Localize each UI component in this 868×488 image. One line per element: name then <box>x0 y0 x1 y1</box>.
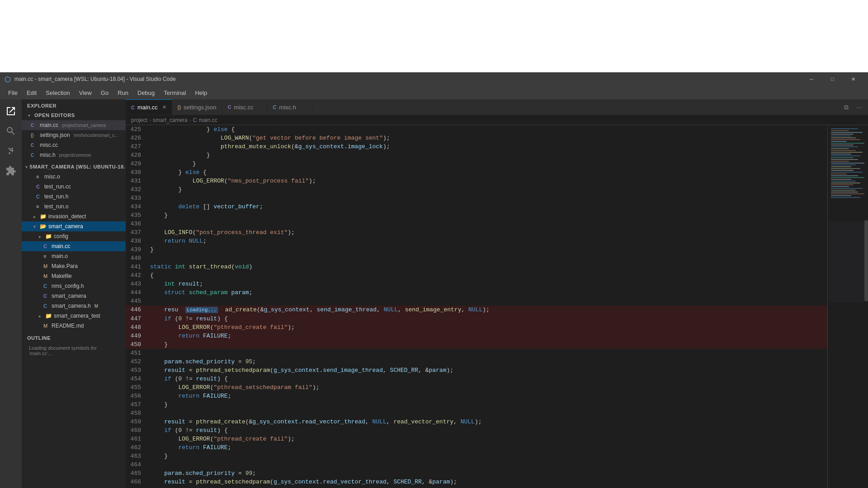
cc-tab-icon: C <box>227 104 231 110</box>
line-number: 447 <box>126 314 148 323</box>
breadcrumb-file[interactable]: main.cc <box>198 117 217 123</box>
tab-close-icon[interactable]: ✕ <box>162 104 166 110</box>
tree-item-name: smart_camera <box>48 223 83 230</box>
menu-help[interactable]: Help <box>190 88 212 98</box>
tree-smart-camera-file[interactable]: C smart_camera <box>22 291 126 301</box>
activity-search[interactable] <box>3 123 19 139</box>
line-content: } <box>148 245 827 254</box>
line-number: 434 <box>126 202 148 211</box>
activity-scm[interactable] <box>3 143 19 159</box>
tree-misc-o[interactable]: ≡ misc.o <box>22 172 126 182</box>
table-row: 457 } <box>126 400 827 409</box>
close-button[interactable]: ✕ <box>843 72 863 86</box>
tree-make-para[interactable]: M Make.Para <box>22 261 126 271</box>
tree-item-name: README.md <box>52 323 84 329</box>
minimize-button[interactable]: ─ <box>801 72 822 86</box>
svg-rect-37 <box>831 193 865 194</box>
split-editor-button[interactable]: ⧉ <box>841 102 852 113</box>
line-content: result = pthread_setschedparam(g_sys_con… <box>148 366 827 375</box>
line-content: result = pthread_create(&g_sys_context.r… <box>148 418 827 426</box>
tree-test-run-o[interactable]: ≡ test_run.o <box>22 202 126 211</box>
open-editor-main-cc[interactable]: C main.cc project/smart_camera ✕ <box>22 120 126 130</box>
tree-smart-camera-h[interactable]: C smart_camera.h M <box>22 301 126 311</box>
table-row: 431 LOG_ERROR("nms_post_process fail"); <box>126 177 827 185</box>
menu-debug[interactable]: Debug <box>133 88 159 98</box>
line-content: return NULL; <box>148 237 827 245</box>
menu-run[interactable]: Run <box>113 88 133 98</box>
table-row: 425 } else { <box>126 125 827 134</box>
minimap-scrollbar-thumb[interactable] <box>864 220 868 301</box>
activity-explorer[interactable] <box>3 103 19 119</box>
editor-content: 425 } else { 426 LOG_WARN("get vector be… <box>126 125 868 488</box>
tree-smart-camera-test[interactable]: ▸ 📁 smart_camera_test <box>22 311 126 321</box>
menu-view[interactable]: View <box>75 88 96 98</box>
svg-rect-20 <box>831 163 865 164</box>
tabs-bar: C main.cc ✕ {} settings.json C misc.cc C… <box>126 99 868 115</box>
menu-edit[interactable]: Edit <box>22 88 41 98</box>
svg-rect-5 <box>831 136 851 136</box>
line-number: 465 <box>126 469 148 478</box>
line-number: 448 <box>126 323 148 332</box>
chevron-down-icon: ▾ <box>25 164 28 169</box>
line-number: 459 <box>126 418 148 426</box>
open-editor-settings-json[interactable]: {} settings.json \mnt\e\code\smart_c... <box>22 130 126 140</box>
open-editors-section[interactable]: ▾ OPEN EDITORS <box>22 110 126 120</box>
outline-title[interactable]: OUTLINE <box>22 333 126 343</box>
line-number: 452 <box>126 357 148 366</box>
svg-rect-22 <box>831 166 851 167</box>
svg-rect-24 <box>831 170 854 171</box>
tree-config[interactable]: ▸ 📁 config <box>22 231 126 241</box>
tab-settings-json[interactable]: {} settings.json <box>172 99 222 115</box>
tree-test-run-h[interactable]: C test_run.h <box>22 192 126 202</box>
tree-item-name: main.cc <box>52 243 70 249</box>
tab-misc-cc[interactable]: C misc.cc <box>222 99 267 115</box>
more-actions-button[interactable]: ··· <box>854 102 864 113</box>
tab-main-cc[interactable]: C main.cc ✕ <box>126 99 172 115</box>
tree-smart-camera-folder[interactable]: ▾ 📂 smart_camera <box>22 221 126 231</box>
h-tab-icon: C <box>273 104 276 110</box>
tree-readme[interactable]: M README.md <box>22 321 126 331</box>
table-row: 452 param.sched_priority = 95; <box>126 357 827 366</box>
menu-terminal[interactable]: Terminal <box>159 88 190 98</box>
workspace-section[interactable]: ▾ SMART_CAMERA [WSL: UBUNTU-18.04] <box>22 162 126 172</box>
tree-nms-config-h[interactable]: C nms_config.h <box>22 281 126 291</box>
line-number: 442 <box>126 271 148 280</box>
breadcrumb-smart-camera[interactable]: smart_camera <box>153 117 188 123</box>
svg-rect-40 <box>829 221 868 302</box>
svg-rect-19 <box>831 161 849 162</box>
tab-label: misc.cc <box>234 104 253 111</box>
line-number: 445 <box>126 297 148 305</box>
chevron-down-icon: ▾ <box>31 224 38 229</box>
open-editor-misc-cc[interactable]: C misc.cc <box>22 140 126 150</box>
tree-main-o[interactable]: ≡ main.o <box>22 251 126 261</box>
json-file-icon: {} <box>31 133 38 138</box>
menu-go[interactable]: Go <box>96 88 113 98</box>
tree-test-run-cc[interactable]: C test_run.cc <box>22 182 126 192</box>
file-icon: ≡ <box>36 174 42 179</box>
line-number: 426 <box>126 134 148 142</box>
open-editor-misc-h[interactable]: C misc.h project/common <box>22 150 126 160</box>
code-editor[interactable]: 425 } else { 426 LOG_WARN("get vector be… <box>126 125 827 488</box>
line-number: 446 <box>126 305 148 314</box>
svg-rect-25 <box>831 172 863 173</box>
tree-makefile[interactable]: M Makefile <box>22 271 126 281</box>
line-content: LOG_ERROR("pthread_setschedparam fail"); <box>148 383 827 392</box>
svg-rect-32 <box>831 184 854 185</box>
line-number: 431 <box>126 177 148 185</box>
tab-label: settings.json <box>184 104 216 111</box>
maximize-button[interactable]: □ <box>822 72 843 86</box>
tree-main-cc[interactable]: C main.cc <box>22 241 126 251</box>
folder-icon: 📁 <box>45 233 52 239</box>
cc-file-icon: C <box>36 184 42 189</box>
line-number: 455 <box>126 383 148 392</box>
breadcrumb-project[interactable]: project <box>131 117 147 123</box>
tab-misc-h[interactable]: C misc.h <box>267 99 312 115</box>
svg-rect-18 <box>831 159 858 160</box>
menu-selection[interactable]: Selection <box>41 88 74 98</box>
h-file-icon: C <box>43 303 50 309</box>
table-row: 433 <box>126 194 827 202</box>
table-row: 428 } <box>126 151 827 160</box>
menu-file[interactable]: File <box>4 88 22 98</box>
activity-extensions[interactable] <box>3 163 19 179</box>
tree-invasion-detect[interactable]: ▸ 📁 invasion_detect <box>22 211 126 221</box>
